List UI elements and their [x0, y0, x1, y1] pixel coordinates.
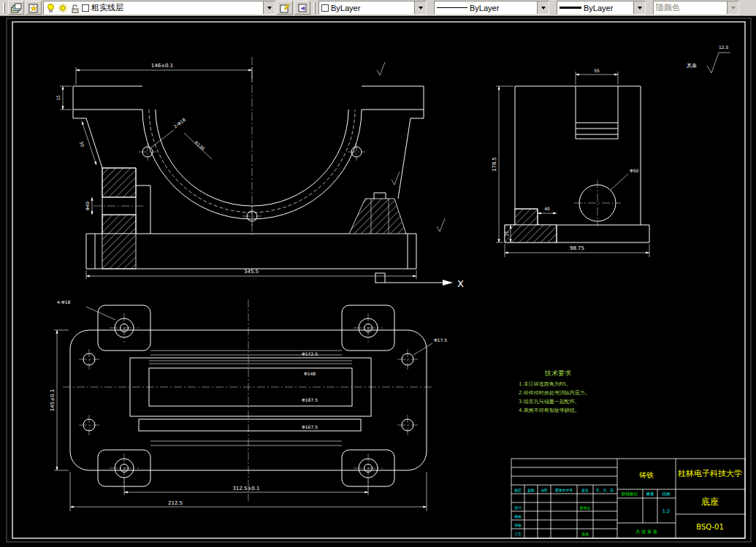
chevron-down-icon: [419, 7, 423, 9]
header-zone: 分区: [541, 489, 548, 492]
lineweight-combo-value: ByLayer: [584, 4, 613, 12]
dim-text: Φ167.5: [302, 424, 318, 429]
dim-text: 15: [56, 95, 61, 101]
dim-text: 212.5: [168, 500, 183, 506]
role-review: 审核: [514, 523, 522, 527]
dim-text: Φ50: [630, 168, 639, 173]
linetype-sample: [437, 7, 467, 8]
roughness-symbol-icon: [707, 53, 730, 73]
lineweight-sample: [560, 7, 581, 9]
tech-notes-title: 技术要求: [544, 370, 571, 377]
layer-states-button[interactable]: [26, 1, 42, 15]
title-block-drawing-number: BSQ-01: [696, 523, 724, 531]
ucs-x-label: X: [457, 278, 464, 289]
chevron-down-icon: [731, 7, 736, 9]
chevron-down-icon: [267, 7, 272, 9]
layer-sheet-star-icon: [28, 2, 39, 14]
dim-text: Φ40: [85, 202, 90, 211]
layer-previous-button[interactable]: [294, 1, 310, 15]
title-block-material: 铸铁: [639, 471, 654, 479]
dim-text: 98.75: [570, 245, 584, 251]
dim-text: 146±0.1: [151, 63, 173, 69]
weight-label: 重量: [646, 491, 655, 496]
role-design: 设计: [513, 505, 522, 510]
plotstyle-combo-dropdown-button[interactable]: [727, 1, 738, 14]
scale-value: 1:2: [663, 508, 670, 514]
sheet-note: 共 张 第 张: [635, 529, 657, 535]
color-combo[interactable]: ByLayer: [318, 1, 427, 15]
drawing-canvas[interactable]: 其余 12.5: [0, 16, 756, 547]
cad-window: 粗实线层 ByLayer: [0, 0, 756, 547]
title-block: 桂林电子科技大学 底座 BSQ-01 铸铁 阶段标记 重量 比例 1:2 共 张…: [511, 459, 745, 538]
surface-finish-label: 其余: [687, 63, 697, 69]
dim-text: 312.5±0.1: [232, 486, 259, 491]
surface-finish-note: 其余 12.5: [687, 45, 730, 73]
sheet-pencil-icon: [279, 2, 291, 14]
dim-text: Φ187.5: [302, 397, 318, 402]
color-combo-value: ByLayer: [331, 4, 360, 12]
scale-label: 比例: [663, 491, 671, 497]
layer-properties-manager-button[interactable]: [8, 1, 24, 15]
dim-text: Φ148: [304, 371, 316, 376]
dim-text: 145±0.1: [50, 389, 56, 411]
toolbar: 粗实线层 ByLayer: [0, 0, 756, 16]
make-object-layer-current-button[interactable]: [277, 1, 293, 15]
drawing-svg: 其余 12.5: [0, 16, 756, 547]
header-count: 处数: [527, 488, 535, 493]
color-combo-dropdown-button[interactable]: [414, 1, 426, 14]
chevron-down-icon: [638, 7, 642, 9]
dim-text: 4-Φ18: [57, 299, 71, 305]
title-block-university: 桂林电子科技大学: [677, 469, 742, 478]
header-date: 年、月、日: [596, 489, 614, 493]
stage-label: 阶段标记: [622, 491, 638, 497]
tech-note-line: 1.未注铸造圆角为R5。: [519, 380, 571, 387]
plotstyle-combo-value: 随颜色: [656, 2, 680, 13]
tech-note-line: 2.铸件经时效处理消除内应力。: [519, 389, 590, 396]
role-process: 工艺: [514, 532, 522, 536]
dim-text: 15: [504, 231, 509, 237]
dim-text: 2-Φ18: [172, 117, 186, 129]
layer-color-swatch: [82, 4, 89, 12]
chevron-down-icon: [541, 7, 546, 9]
dim-text: 345.5: [244, 269, 259, 275]
layer-combo[interactable]: 粗实线层: [43, 1, 275, 15]
lineweight-combo[interactable]: ByLayer: [557, 1, 646, 15]
dim-text: 178.5: [492, 157, 497, 172]
front-view: 146±0.1 345.5 15 30 Φ40 2-Φ18 R130: [56, 57, 445, 279]
plotstyle-combo[interactable]: 随颜色: [653, 1, 739, 15]
dim-text: 40: [544, 206, 550, 211]
role-approve: 批准: [581, 532, 589, 537]
tech-note-line: 4.表面不得有裂纹等缺陷。: [519, 408, 580, 413]
plan-view: 4-Φ18 145±0.1 Φ172.5 Φ148 Φ187.5 Φ167.5 …: [50, 299, 447, 511]
title-block-part-name: 底座: [701, 497, 719, 507]
role-standard: 标准化: [579, 506, 591, 510]
lineweight-combo-dropdown-button[interactable]: [633, 1, 645, 14]
layer-previous-icon: [297, 2, 308, 14]
toolbar-grip[interactable]: [313, 2, 316, 14]
layer-combo-value: 粗实线层: [91, 2, 123, 13]
dim-text: 30: [79, 141, 85, 148]
ucs-icon: X: [375, 273, 464, 289]
sheet-frame: [7, 18, 751, 542]
header-change-file: 更改文件号: [555, 488, 573, 492]
layer-unlock-icon: [70, 3, 80, 13]
dim-text: 55: [594, 68, 600, 73]
layer-on-bulb-icon: [46, 3, 56, 13]
linetype-combo[interactable]: ByLayer: [434, 1, 549, 15]
header-sign: 签名: [581, 489, 589, 493]
role-check: 校核: [513, 515, 522, 519]
dim-text: Φ17.5: [434, 337, 447, 343]
tech-notes: 技术要求 1.未注铸造圆角为R5。 2.铸件经时效处理消除内应力。 3.组装孔与…: [519, 370, 590, 413]
layer-combo-dropdown-button[interactable]: [263, 1, 275, 14]
header-mark: 标记: [513, 489, 522, 493]
toolbar-grip[interactable]: [3, 2, 5, 14]
tech-note-line: 3.组装孔与端盖一起配作。: [519, 399, 580, 405]
linetype-combo-value: ByLayer: [470, 4, 499, 12]
layer-thaw-sun-icon: [58, 3, 68, 13]
linetype-combo-dropdown-button[interactable]: [537, 1, 549, 14]
dim-text: Φ172.5: [302, 351, 318, 356]
side-view: 178.5 98.75 55 Φ50 40 15: [492, 68, 649, 257]
layers-stack-icon: [10, 2, 22, 14]
current-color-swatch: [321, 4, 329, 12]
roughness-value: 12.5: [719, 45, 729, 50]
